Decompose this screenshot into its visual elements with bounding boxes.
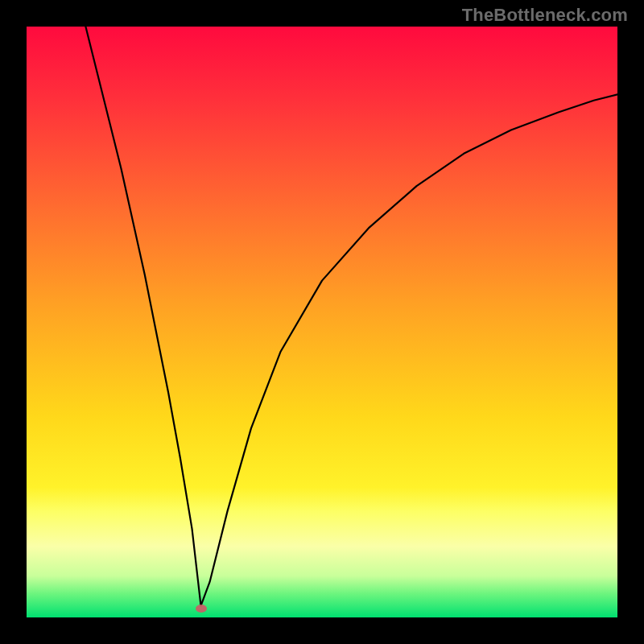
plot-area — [27, 27, 617, 617]
bottleneck-curve — [27, 27, 617, 617]
watermark-label: TheBottleneck.com — [462, 5, 628, 26]
optimal-marker — [196, 605, 207, 613]
chart-frame: TheBottleneck.com — [0, 0, 644, 644]
